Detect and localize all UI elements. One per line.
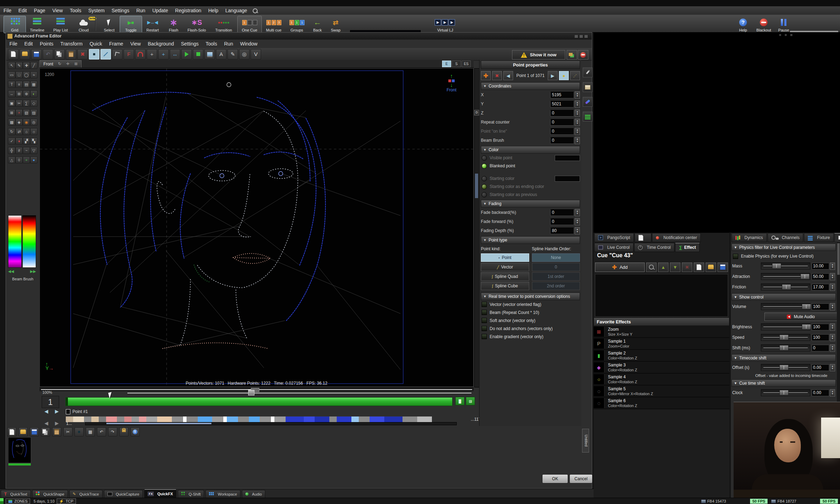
- spinner[interactable]: ▲▼: [830, 262, 835, 270]
- menu-item[interactable]: Run: [133, 6, 149, 15]
- coordinate-input[interactable]: 0: [550, 110, 574, 117]
- spinner[interactable]: ▲▼: [575, 119, 580, 126]
- add-point-button[interactable]: ✚: [481, 71, 491, 80]
- palette-swap-button[interactable]: [567, 50, 577, 59]
- spinner[interactable]: ▲▼: [830, 323, 835, 331]
- spinner[interactable]: ▲▼: [830, 284, 835, 291]
- slider-thumb[interactable]: [779, 390, 789, 396]
- quick-tab[interactable]: QuickText: [1, 490, 31, 498]
- laser-preview-area[interactable]: [594, 32, 840, 232]
- one-cue-button[interactable]: 1 One Cue: [237, 16, 262, 33]
- radio-led[interactable]: [482, 163, 487, 169]
- new-cue-button[interactable]: [694, 262, 704, 272]
- editor-menu-item[interactable]: Points: [36, 40, 57, 48]
- tool-button[interactable]: ≈: [30, 71, 37, 78]
- color-swatch[interactable]: [555, 176, 580, 182]
- split-frame-icon[interactable]: ▐▌: [455, 397, 464, 405]
- coordinate-input[interactable]: 0: [550, 128, 574, 135]
- point-kind-button[interactable]: ╱ Vector: [481, 263, 529, 271]
- quick-tab[interactable]: QuickShape: [32, 490, 68, 498]
- quick-tab[interactable]: QuickFX: [144, 489, 176, 498]
- cut-frame-button[interactable]: ✂: [63, 427, 72, 436]
- select-button[interactable]: Select: [98, 16, 120, 33]
- spline-view-toggle[interactable]: ⋰: [570, 71, 580, 80]
- tool-button[interactable]: ×: [15, 109, 23, 116]
- editor-tool-button[interactable]: +: [147, 49, 157, 59]
- open-cue-button[interactable]: [706, 262, 716, 272]
- projection-button[interactable]: ES: [462, 61, 471, 67]
- slider-value[interactable]: 100: [812, 303, 829, 310]
- panel-tab[interactable]: [635, 233, 651, 242]
- timeline-scrollbar[interactable]: [85, 422, 457, 425]
- tool-button[interactable]: +: [23, 156, 30, 163]
- blackout-button[interactable]: Blackout: [752, 16, 776, 33]
- quick-tab[interactable]: QuickCapture: [104, 490, 143, 498]
- paste-frame-button[interactable]: [52, 427, 61, 436]
- spline-handle-button[interactable]: None: [532, 253, 580, 262]
- show-control-header[interactable]: ▼ Show control: [732, 293, 836, 301]
- slider-value[interactable]: 17.00: [812, 284, 829, 290]
- menu-item[interactable]: Registration: [172, 6, 205, 15]
- fading-input[interactable]: 80: [550, 227, 574, 234]
- search-button[interactable]: [646, 262, 657, 272]
- checkbox[interactable]: [482, 334, 487, 339]
- point-kind-button[interactable]: ʃ Spline Cube: [481, 282, 529, 290]
- brush-button[interactable]: [583, 97, 593, 107]
- editor-menu-item[interactable]: Settings: [177, 40, 202, 48]
- color-section-header[interactable]: ▼ Color: [481, 146, 580, 154]
- tool-button[interactable]: ∑: [23, 100, 30, 107]
- slider-value[interactable]: 0.00: [812, 390, 829, 396]
- slider-value[interactable]: 0: [812, 345, 829, 351]
- save-cue-button[interactable]: [718, 262, 728, 272]
- delete-effect-button[interactable]: ✖: [682, 262, 692, 272]
- tool-button[interactable]: ↖: [8, 62, 15, 69]
- editor-tool-button[interactable]: ↶: [43, 49, 53, 59]
- realtime-section-header[interactable]: ▼ Real time vector to point conversion o…: [481, 293, 580, 300]
- tool-button[interactable]: ✚: [23, 62, 30, 69]
- open-frame-button[interactable]: [19, 427, 28, 436]
- help-button[interactable]: ? Help: [734, 16, 752, 33]
- swap-button[interactable]: ⇄ Swap: [326, 16, 345, 33]
- tool-button[interactable]: ▭: [8, 71, 15, 78]
- tool-button[interactable]: ↻: [8, 128, 15, 135]
- slider-thumb[interactable]: [802, 324, 811, 330]
- tool-button[interactable]: ⇄: [15, 128, 23, 135]
- tool-button[interactable]: ▣: [8, 100, 15, 107]
- editor-tool-button[interactable]: A: [216, 49, 226, 59]
- timecode-shift-header[interactable]: ▼ Timecode shift: [732, 354, 836, 362]
- palette-left-arrow[interactable]: ◀◀: [8, 269, 14, 274]
- lock-button[interactable]: [119, 427, 128, 436]
- timeline-scroll-thumb[interactable]: [106, 423, 211, 424]
- menu-item[interactable]: Page: [30, 6, 49, 15]
- toggle-button[interactable]: ▶■ Toggle: [120, 16, 142, 33]
- coordinate-input[interactable]: 5195: [550, 92, 574, 98]
- ok-button[interactable]: OK: [542, 474, 568, 483]
- menu-item[interactable]: Edit: [15, 6, 30, 15]
- tool-button[interactable]: ⊠: [8, 109, 15, 116]
- pin-button[interactable]: [583, 68, 593, 77]
- tool-button[interactable]: ▚: [30, 138, 37, 145]
- menu-item[interactable]: View: [49, 6, 66, 15]
- spinner[interactable]: ▲▼: [575, 218, 580, 225]
- slider-thumb[interactable]: [779, 365, 789, 370]
- point-marker[interactable]: [66, 409, 70, 414]
- point-view-toggle[interactable]: ●: [559, 71, 569, 80]
- slider-thumb[interactable]: [782, 284, 791, 290]
- frame-thumbnail[interactable]: [8, 437, 31, 463]
- prev-icon-button[interactable]: ↶: [97, 427, 106, 436]
- scroll-left-arrow[interactable]: ◀: [44, 420, 48, 426]
- delete-point-button[interactable]: ✖: [492, 71, 502, 80]
- add-effect-button[interactable]: ✚Add: [595, 262, 645, 272]
- editor-tool-button[interactable]: [31, 49, 42, 59]
- point-grid-button[interactable]: [75, 427, 84, 436]
- editor-tool-button[interactable]: [54, 49, 65, 59]
- editor-tool-button[interactable]: [20, 49, 30, 59]
- mute-audio-button[interactable]: Mute Audio: [764, 313, 837, 321]
- untitled-tab[interactable]: Untitled: [582, 429, 589, 453]
- master-tab[interactable]: Channels: [768, 233, 804, 242]
- slider-thumb[interactable]: [772, 263, 781, 269]
- favorite-effect-item[interactable]: ◆ Sample 3 Color+Rotation Z: [594, 362, 729, 373]
- slider-value[interactable]: 100: [812, 324, 829, 330]
- menu-item[interactable]: File: [0, 6, 15, 15]
- color-palette[interactable]: [8, 215, 36, 268]
